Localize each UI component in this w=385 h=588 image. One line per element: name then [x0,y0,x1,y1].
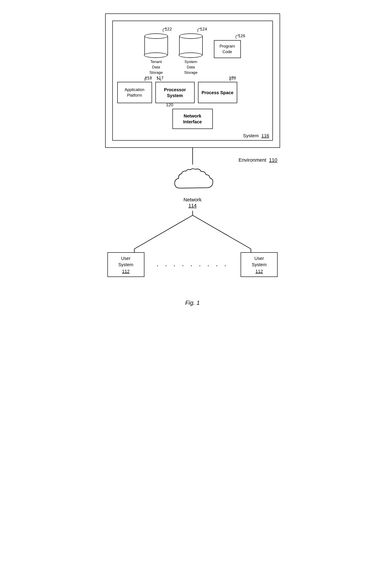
bottom-row: UserSystem 112 · · · · · · · · · UserSys… [107,252,278,277]
svg-line-2 [134,215,193,249]
tenant-ref-line [157,27,168,33]
app-platform-label: ApplicationPlatform [125,87,144,98]
tenant-storage: 122 TenantDataStorage [144,33,168,75]
cloud-container [168,168,217,196]
tenant-cylinder [144,33,168,55]
processor-system-label: ProcessorSystem [164,87,186,98]
user-system-right: UserSystem 112 [241,252,278,277]
network-interface-label: NetworkInterface [183,113,202,125]
system-storage-label: SystemDataStorage [184,59,198,75]
system-label: System 116 [243,133,269,138]
user-system-left-number: 112 [122,269,129,274]
user-system-left-label: UserSystem [118,255,133,268]
cloud-svg [168,168,217,195]
environment-label: Environment 110 [239,157,277,163]
system-storage-ref-line [191,27,203,33]
svg-line-3 [193,215,251,249]
processor-ref-line [155,76,164,82]
process-space-ref-line [226,76,235,82]
processor-system-container: 117 ProcessorSystem [155,82,195,103]
process-space-container: 128 Process Space [198,82,237,103]
network-interface-ref: 120 [166,103,173,107]
diagram-area: System 116 122 [105,13,280,277]
app-platform-ref-line [141,76,150,82]
user-system-right-label: UserSystem [252,255,267,268]
system-storage: 124 SystemDataStorage [179,33,203,75]
network-label: Network 114 [183,197,202,209]
app-platform-container: 118 ApplicationPlatform [117,82,152,103]
processor-system-box: ProcessorSystem [155,82,195,103]
network-interface-row: 120 NetworkInterface [117,109,268,129]
page-container: System 116 122 [96,13,289,306]
user-system-left-box: UserSystem 112 [107,252,144,277]
outer-environment-box: System 116 122 [105,13,280,148]
program-code-ref-line [230,34,241,40]
program-code-label: ProgramCode [220,43,235,55]
ellipsis-dots: · · · · · · · · · [157,261,228,270]
program-code-box: ProgramCode [214,40,241,58]
process-space-label: Process Space [202,90,233,96]
user-system-left: UserSystem 112 [107,252,144,277]
app-platform-box: ApplicationPlatform [117,82,152,103]
user-system-right-box: UserSystem 112 [241,252,278,277]
network-interface-container: 120 NetworkInterface [172,109,213,129]
system-box: System 116 122 [112,21,273,141]
program-code: 126 ProgramCode [214,40,241,75]
figure-caption: Fig. 1 [185,299,200,306]
system-cylinder [179,33,203,55]
network-interface-box: NetworkInterface [172,109,213,129]
user-system-right-number: 112 [255,269,263,274]
network-section: Network 114 User [105,148,280,277]
network-branches-svg [105,211,280,256]
process-space-box: Process Space [198,82,237,103]
tenant-label: TenantDataStorage [149,59,163,75]
